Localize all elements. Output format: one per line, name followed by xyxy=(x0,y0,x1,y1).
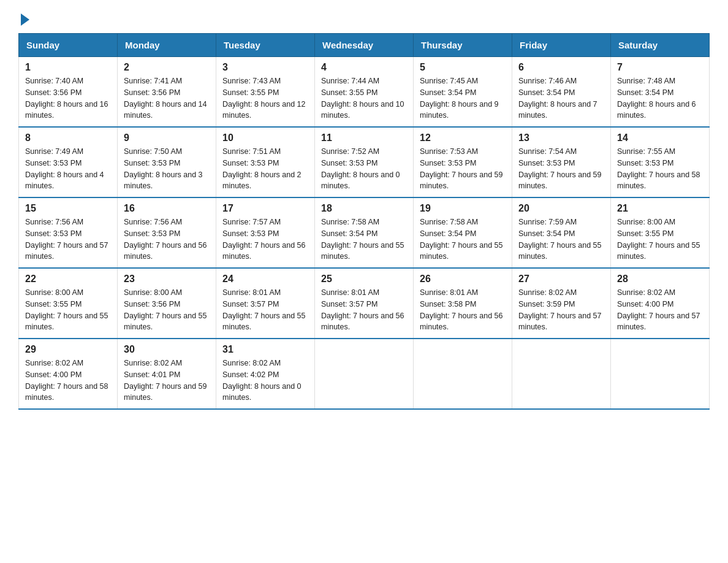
day-info: Sunrise: 7:52 AMSunset: 3:53 PMDaylight:… xyxy=(321,147,400,190)
day-info: Sunrise: 7:45 AMSunset: 3:54 PMDaylight:… xyxy=(420,77,499,120)
calendar-cell: 29 Sunrise: 8:02 AMSunset: 4:00 PMDaylig… xyxy=(19,339,118,409)
logo xyxy=(18,12,29,23)
day-number: 29 xyxy=(25,344,111,355)
day-info: Sunrise: 7:58 AMSunset: 3:54 PMDaylight:… xyxy=(420,218,503,261)
day-number: 17 xyxy=(222,203,308,214)
day-number: 9 xyxy=(124,132,210,144)
calendar-cell: 22 Sunrise: 8:00 AMSunset: 3:55 PMDaylig… xyxy=(19,268,118,339)
calendar-cell: 5 Sunrise: 7:45 AMSunset: 3:54 PMDayligh… xyxy=(414,57,512,128)
calendar-cell: 8 Sunrise: 7:49 AMSunset: 3:53 PMDayligh… xyxy=(19,127,118,197)
calendar-cell: 11 Sunrise: 7:52 AMSunset: 3:53 PMDaylig… xyxy=(315,127,414,197)
day-info: Sunrise: 7:57 AMSunset: 3:53 PMDaylight:… xyxy=(222,218,306,261)
day-number: 1 xyxy=(25,62,111,73)
calendar-cell: 15 Sunrise: 7:56 AMSunset: 3:53 PMDaylig… xyxy=(19,197,118,268)
day-info: Sunrise: 8:02 AMSunset: 3:59 PMDaylight:… xyxy=(518,288,602,331)
day-number: 5 xyxy=(420,62,506,73)
calendar-cell: 12 Sunrise: 7:53 AMSunset: 3:53 PMDaylig… xyxy=(414,127,512,197)
calendar-cell: 18 Sunrise: 7:58 AMSunset: 3:54 PMDaylig… xyxy=(315,197,414,268)
day-info: Sunrise: 7:53 AMSunset: 3:53 PMDaylight:… xyxy=(420,147,503,190)
calendar-week-row: 22 Sunrise: 8:00 AMSunset: 3:55 PMDaylig… xyxy=(19,268,710,339)
calendar-cell: 26 Sunrise: 8:01 AMSunset: 3:58 PMDaylig… xyxy=(414,268,512,339)
day-number: 13 xyxy=(518,132,604,144)
day-info: Sunrise: 7:59 AMSunset: 3:54 PMDaylight:… xyxy=(518,218,602,261)
day-number: 7 xyxy=(617,62,703,73)
calendar-cell: 4 Sunrise: 7:44 AMSunset: 3:55 PMDayligh… xyxy=(315,57,414,128)
day-number: 31 xyxy=(222,344,308,355)
day-number: 11 xyxy=(321,132,407,144)
day-number: 12 xyxy=(420,132,506,144)
day-info: Sunrise: 8:00 AMSunset: 3:56 PMDaylight:… xyxy=(124,288,207,331)
day-number: 3 xyxy=(222,62,308,73)
weekday-header-friday: Friday xyxy=(512,34,611,57)
calendar-cell: 9 Sunrise: 7:50 AMSunset: 3:53 PMDayligh… xyxy=(118,127,216,197)
day-number: 15 xyxy=(25,203,111,214)
calendar-cell: 28 Sunrise: 8:02 AMSunset: 4:00 PMDaylig… xyxy=(611,268,710,339)
day-number: 16 xyxy=(124,203,210,214)
day-number: 26 xyxy=(420,274,506,285)
day-number: 22 xyxy=(25,274,111,285)
day-info: Sunrise: 7:40 AMSunset: 3:56 PMDaylight:… xyxy=(25,77,108,120)
day-number: 10 xyxy=(222,132,308,144)
logo-top xyxy=(18,12,29,26)
day-number: 27 xyxy=(518,274,604,285)
day-info: Sunrise: 8:01 AMSunset: 3:58 PMDaylight:… xyxy=(420,288,503,331)
day-info: Sunrise: 7:41 AMSunset: 3:56 PMDaylight:… xyxy=(124,77,207,120)
day-number: 4 xyxy=(321,62,407,73)
calendar-table: SundayMondayTuesdayWednesdayThursdayFrid… xyxy=(18,33,710,410)
day-number: 23 xyxy=(124,274,210,285)
day-number: 14 xyxy=(617,132,703,144)
calendar-cell: 31 Sunrise: 8:02 AMSunset: 4:02 PMDaylig… xyxy=(216,339,315,409)
calendar-cell: 30 Sunrise: 8:02 AMSunset: 4:01 PMDaylig… xyxy=(118,339,216,409)
day-info: Sunrise: 7:43 AMSunset: 3:55 PMDaylight:… xyxy=(222,77,306,120)
calendar-cell: 14 Sunrise: 7:55 AMSunset: 3:53 PMDaylig… xyxy=(611,127,710,197)
calendar-cell: 21 Sunrise: 8:00 AMSunset: 3:55 PMDaylig… xyxy=(611,197,710,268)
day-info: Sunrise: 8:01 AMSunset: 3:57 PMDaylight:… xyxy=(321,288,404,331)
weekday-header-wednesday: Wednesday xyxy=(315,34,414,57)
calendar-cell xyxy=(611,339,710,409)
day-info: Sunrise: 8:01 AMSunset: 3:57 PMDaylight:… xyxy=(222,288,306,331)
day-number: 21 xyxy=(617,203,703,214)
weekday-header-tuesday: Tuesday xyxy=(216,34,315,57)
day-info: Sunrise: 8:02 AMSunset: 4:00 PMDaylight:… xyxy=(25,359,108,402)
calendar-cell: 19 Sunrise: 7:58 AMSunset: 3:54 PMDaylig… xyxy=(414,197,512,268)
day-info: Sunrise: 7:49 AMSunset: 3:53 PMDaylight:… xyxy=(25,147,104,190)
day-info: Sunrise: 7:51 AMSunset: 3:53 PMDaylight:… xyxy=(222,147,301,190)
day-info: Sunrise: 8:00 AMSunset: 3:55 PMDaylight:… xyxy=(25,288,108,331)
day-info: Sunrise: 7:56 AMSunset: 3:53 PMDaylight:… xyxy=(25,218,108,261)
day-number: 2 xyxy=(124,62,210,73)
calendar-cell xyxy=(414,339,512,409)
calendar-cell: 1 Sunrise: 7:40 AMSunset: 3:56 PMDayligh… xyxy=(19,57,118,128)
day-info: Sunrise: 7:55 AMSunset: 3:53 PMDaylight:… xyxy=(617,147,700,190)
weekday-header-thursday: Thursday xyxy=(414,34,512,57)
day-info: Sunrise: 8:00 AMSunset: 3:55 PMDaylight:… xyxy=(617,218,700,261)
calendar-cell: 10 Sunrise: 7:51 AMSunset: 3:53 PMDaylig… xyxy=(216,127,315,197)
calendar-cell: 16 Sunrise: 7:56 AMSunset: 3:53 PMDaylig… xyxy=(118,197,216,268)
day-number: 30 xyxy=(124,344,210,355)
day-info: Sunrise: 7:54 AMSunset: 3:53 PMDaylight:… xyxy=(518,147,602,190)
day-info: Sunrise: 7:56 AMSunset: 3:53 PMDaylight:… xyxy=(124,218,207,261)
day-number: 6 xyxy=(518,62,604,73)
day-number: 19 xyxy=(420,203,506,214)
calendar-cell xyxy=(512,339,611,409)
calendar-cell: 6 Sunrise: 7:46 AMSunset: 3:54 PMDayligh… xyxy=(512,57,611,128)
calendar-cell: 3 Sunrise: 7:43 AMSunset: 3:55 PMDayligh… xyxy=(216,57,315,128)
day-info: Sunrise: 7:50 AMSunset: 3:53 PMDaylight:… xyxy=(124,147,203,190)
calendar-cell: 20 Sunrise: 7:59 AMSunset: 3:54 PMDaylig… xyxy=(512,197,611,268)
calendar-week-row: 1 Sunrise: 7:40 AMSunset: 3:56 PMDayligh… xyxy=(19,57,710,128)
calendar-cell: 23 Sunrise: 8:00 AMSunset: 3:56 PMDaylig… xyxy=(118,268,216,339)
calendar-week-row: 8 Sunrise: 7:49 AMSunset: 3:53 PMDayligh… xyxy=(19,127,710,197)
day-info: Sunrise: 7:46 AMSunset: 3:54 PMDaylight:… xyxy=(518,77,597,120)
day-number: 24 xyxy=(222,274,308,285)
logo-arrow-icon xyxy=(21,13,29,26)
day-info: Sunrise: 7:44 AMSunset: 3:55 PMDaylight:… xyxy=(321,77,404,120)
day-info: Sunrise: 7:48 AMSunset: 3:54 PMDaylight:… xyxy=(617,77,696,120)
day-number: 8 xyxy=(25,132,111,144)
calendar-cell: 2 Sunrise: 7:41 AMSunset: 3:56 PMDayligh… xyxy=(118,57,216,128)
calendar-cell: 17 Sunrise: 7:57 AMSunset: 3:53 PMDaylig… xyxy=(216,197,315,268)
day-number: 28 xyxy=(617,274,703,285)
calendar-cell: 27 Sunrise: 8:02 AMSunset: 3:59 PMDaylig… xyxy=(512,268,611,339)
calendar-cell: 24 Sunrise: 8:01 AMSunset: 3:57 PMDaylig… xyxy=(216,268,315,339)
calendar-cell: 7 Sunrise: 7:48 AMSunset: 3:54 PMDayligh… xyxy=(611,57,710,128)
day-info: Sunrise: 8:02 AMSunset: 4:01 PMDaylight:… xyxy=(124,359,207,402)
weekday-header-row: SundayMondayTuesdayWednesdayThursdayFrid… xyxy=(19,34,710,57)
